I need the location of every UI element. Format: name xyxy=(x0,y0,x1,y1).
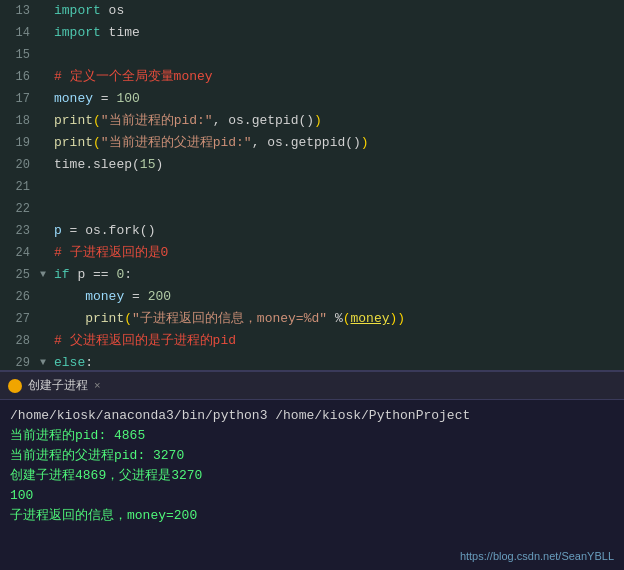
code-line: 16 # 定义一个全局变量money xyxy=(0,66,624,88)
code-content: money = 200 xyxy=(54,286,624,308)
terminal-output-lines: 当前进程的pid: 4865当前进程的父进程pid: 3270创建子进程4869… xyxy=(10,426,614,526)
code-content: print("当前进程的pid:", os.getpid()) xyxy=(54,110,624,132)
line-number: 22 xyxy=(0,198,40,220)
code-line: 20 time.sleep(15) xyxy=(0,154,624,176)
line-number: 17 xyxy=(0,88,40,110)
code-line: 24 # 子进程返回的是0 xyxy=(0,242,624,264)
line-number: 29 xyxy=(0,352,40,370)
line-number: 27 xyxy=(0,308,40,330)
terminal-cmd-line: /home/kiosk/anaconda3/bin/python3 /home/… xyxy=(10,406,614,426)
code-line: 22 xyxy=(0,198,624,220)
code-line: 18 print("当前进程的pid:", os.getpid()) xyxy=(0,110,624,132)
code-content: # 定义一个全局变量money xyxy=(54,66,624,88)
line-number: 25 xyxy=(0,264,40,286)
line-number: 13 xyxy=(0,0,40,22)
code-line: 19 print("当前进程的父进程pid:", os.getppid()) xyxy=(0,132,624,154)
code-content: # 父进程返回的是子进程的pid xyxy=(54,330,624,352)
code-line: 26 money = 200 xyxy=(0,286,624,308)
terminal-output-line: 创建子进程4869，父进程是3270 xyxy=(10,466,614,486)
terminal-output-line: 100 xyxy=(10,486,614,506)
fold-arrow[interactable]: ▼ xyxy=(40,352,54,370)
fold-arrow[interactable]: ▼ xyxy=(40,264,54,286)
code-content: if p == 0: xyxy=(54,264,624,286)
code-line: 13 import os xyxy=(0,0,624,22)
code-content: # 子进程返回的是0 xyxy=(54,242,624,264)
code-line: 21 xyxy=(0,176,624,198)
terminal-output-line: 当前进程的父进程pid: 3270 xyxy=(10,446,614,466)
code-line: 25▼if p == 0: xyxy=(0,264,624,286)
code-content: else: xyxy=(54,352,624,370)
code-line: 23 p = os.fork() xyxy=(0,220,624,242)
code-line: 27 print("子进程返回的信息，money=%d" %(money)) xyxy=(0,308,624,330)
terminal-tab-label[interactable]: 创建子进程 xyxy=(28,377,88,394)
code-content: time.sleep(15) xyxy=(54,154,624,176)
terminal-output: /home/kiosk/anaconda3/bin/python3 /home/… xyxy=(0,400,624,570)
terminal-output-line: 当前进程的pid: 4865 xyxy=(10,426,614,446)
code-content: p = os.fork() xyxy=(54,220,624,242)
line-number: 23 xyxy=(0,220,40,242)
line-number: 28 xyxy=(0,330,40,352)
terminal-area: 创建子进程 × /home/kiosk/anaconda3/bin/python… xyxy=(0,370,624,570)
terminal-tab-icon xyxy=(8,379,22,393)
code-line: 28 # 父进程返回的是子进程的pid xyxy=(0,330,624,352)
line-number: 24 xyxy=(0,242,40,264)
code-line: 17 money = 100 xyxy=(0,88,624,110)
code-content: print("当前进程的父进程pid:", os.getppid()) xyxy=(54,132,624,154)
code-line: 15 xyxy=(0,44,624,66)
line-number: 16 xyxy=(0,66,40,88)
terminal-tab-bar: 创建子进程 × xyxy=(0,372,624,400)
code-line: 29▼else: xyxy=(0,352,624,370)
terminal-tab-close[interactable]: × xyxy=(94,380,101,392)
terminal-output-line: 子进程返回的信息，money=200 xyxy=(10,506,614,526)
app-container: 13 import os14 import time15 16 # 定义一个全局… xyxy=(0,0,624,570)
line-number: 26 xyxy=(0,286,40,308)
code-content: print("子进程返回的信息，money=%d" %(money)) xyxy=(54,308,624,330)
line-number: 19 xyxy=(0,132,40,154)
watermark: https://blog.csdn.net/SeanYBLL xyxy=(460,550,614,562)
line-number: 14 xyxy=(0,22,40,44)
code-content: money = 100 xyxy=(54,88,624,110)
code-content: import os xyxy=(54,0,624,22)
code-content: import time xyxy=(54,22,624,44)
line-number: 15 xyxy=(0,44,40,66)
line-number: 20 xyxy=(0,154,40,176)
editor-area: 13 import os14 import time15 16 # 定义一个全局… xyxy=(0,0,624,370)
code-line: 14 import time xyxy=(0,22,624,44)
line-number: 18 xyxy=(0,110,40,132)
code-lines: 13 import os14 import time15 16 # 定义一个全局… xyxy=(0,0,624,370)
line-number: 21 xyxy=(0,176,40,198)
